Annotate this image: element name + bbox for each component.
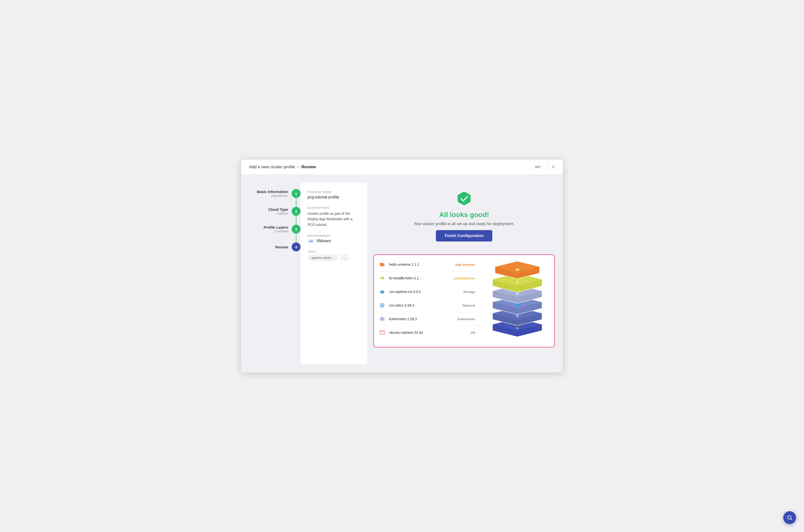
svg-rect-22 [380, 331, 384, 332]
success-title: All looks good! [439, 211, 489, 219]
layer-row-3: cni-calico 3.26.3 Network [374, 299, 480, 312]
profile-name-value: pcg-tutorial-profile [307, 195, 360, 200]
success-card: All looks good! Your cluster profile is … [373, 183, 555, 248]
main-content: PROFILE NAME pcg-tutorial-profile DESCRI… [301, 175, 563, 373]
layer-type-1: Load balancer [454, 277, 475, 280]
profile-name-field: PROFILE NAME pcg-tutorial-profile [307, 191, 360, 200]
svg-point-15 [382, 317, 383, 318]
layer-icon-3 [379, 302, 386, 309]
svg-point-14 [381, 318, 383, 320]
layer-type-3: Network [463, 304, 475, 307]
layer-name-0: hello-universe 1.1.1 [389, 263, 452, 266]
svg-marker-0 [458, 191, 471, 205]
layer-icon-4 [379, 316, 386, 322]
profile-env-field: ENVIRONMENT vm VMware [307, 234, 360, 243]
step2-badge: 2 [292, 207, 301, 216]
step2-sub: vsphere [268, 212, 288, 215]
layer-name-1: lb-metallb-helm 0.1... [389, 276, 450, 280]
body: Basic Information pcg-tutorial- 1 Cloud … [241, 175, 563, 373]
step4-badge: 4 [292, 243, 301, 251]
layer-type-0: App services [455, 263, 475, 266]
layer-row-1: lb-metallb-helm 0.1... Load balancer [374, 271, 480, 285]
profile-tags-field: TAGS spectro-cloud-... ... [307, 250, 360, 261]
profile-tags-label: TAGS [307, 250, 360, 253]
step3-name: Profile Layers [264, 225, 288, 229]
svg-point-6 [382, 278, 382, 279]
header-divider [547, 164, 547, 170]
svg-text:📁: 📁 [515, 267, 520, 272]
stack-svg: 🖥️ ⚙ 🌐 [485, 259, 550, 343]
layer-name-4: kubernetes 1.28.3 [389, 317, 454, 321]
header-actions: API × [533, 164, 555, 170]
step1-name: Basic Information [257, 190, 288, 194]
layers-list: hello-universe 1.1.1 App services lb-met… [374, 255, 480, 347]
sidebar-step-cloud-type: Cloud Type vsphere 2 [246, 203, 301, 220]
layer-type-4: Kubernetes [457, 317, 475, 321]
layer-name-3: cni-calico 3.26.3 [389, 303, 459, 307]
layers-visualization: 🖥️ ⚙ 🌐 [480, 255, 554, 347]
profile-env-value: VMware [317, 239, 331, 243]
main-window: Add a new cluster profile > Review API ×… [241, 159, 563, 373]
layer-type-2: Storage [463, 290, 475, 294]
svg-rect-2 [380, 263, 382, 264]
header: Add a new cluster profile > Review API × [241, 159, 563, 175]
step3-sub: Complete [264, 229, 288, 233]
svg-text:⚙: ⚙ [516, 280, 519, 284]
breadcrumb-sep: > [297, 165, 299, 169]
profile-desc-field: DESCRIPTION Cluster profile as part of t… [307, 206, 360, 227]
step1-connector [296, 198, 296, 207]
sidebar-step-review: Review 4 [246, 238, 301, 256]
svg-line-42 [791, 519, 792, 520]
finish-configuration-button[interactable]: Finish Configuration [436, 230, 492, 242]
step2-connector [296, 216, 296, 225]
svg-point-20 [383, 320, 384, 320]
layer-row-0: hello-universe 1.1.1 App services [374, 258, 480, 271]
profile-tags-list: spectro-cloud-... ... [307, 254, 360, 261]
layer-type-5: OS [471, 331, 475, 335]
layer-icon-1 [379, 275, 386, 282]
profile-desc-label: DESCRIPTION [307, 206, 360, 209]
breadcrumb-current: Review [302, 165, 316, 170]
step4-name: Review [275, 245, 288, 249]
svg-point-17 [380, 318, 381, 319]
search-fab-button[interactable] [783, 511, 796, 524]
svg-point-5 [381, 278, 381, 279]
layer-name-5: ubuntu-vsphere 22.04 [389, 330, 467, 335]
sidebar-step-profile-layers: Profile Layers Complete 3 [246, 220, 301, 238]
right-panel: All looks good! Your cluster profile is … [373, 183, 555, 364]
layers-card: hello-universe 1.1.1 App services lb-met… [373, 254, 555, 347]
svg-point-18 [383, 318, 384, 319]
vm-icon: vm [307, 239, 314, 243]
success-subtitle: Your cluster profile is all set up and r… [414, 222, 515, 226]
success-hex-icon [456, 191, 472, 206]
layer-row-5: ubuntu-vsphere 22.04 OS [374, 326, 480, 339]
tag-1: spectro-cloud-... [307, 254, 338, 261]
profile-env-label: ENVIRONMENT [307, 234, 360, 237]
profile-env-row: vm VMware [307, 239, 360, 243]
step1-sub: pcg-tutorial- [257, 194, 288, 197]
layer-row-2: csi-vsphere-csi 3.0.2 Storage [374, 285, 480, 299]
sidebar-step-basic-info: Basic Information pcg-tutorial- 1 [246, 185, 301, 203]
breadcrumb-main: Add a new cluster profile [249, 165, 295, 170]
step2-name: Cloud Type [268, 207, 288, 212]
tag-more: ... [340, 254, 349, 261]
api-button[interactable]: API [533, 164, 543, 170]
layer-icon-2 [379, 288, 386, 295]
svg-point-19 [380, 320, 381, 320]
breadcrumb: Add a new cluster profile > Review [249, 165, 316, 170]
layer-name-2: csi-vsphere-csi 3.0.2 [389, 290, 460, 294]
profile-desc-value: Cluster profile as part of the Deploy Ap… [307, 211, 360, 227]
layer-icon-5 [379, 329, 386, 336]
profile-card: PROFILE NAME pcg-tutorial-profile DESCRI… [301, 183, 367, 364]
svg-rect-4 [380, 277, 384, 278]
svg-point-16 [382, 320, 383, 321]
layer-row-4: kubernetes 1.28.3 Kubernetes [374, 312, 480, 326]
layer-icon-0 [379, 261, 386, 268]
step3-badge: 3 [292, 225, 301, 233]
profile-name-label: PROFILE NAME [307, 191, 360, 193]
step3-connector [296, 233, 296, 243]
sidebar: Basic Information pcg-tutorial- 1 Cloud … [241, 175, 301, 373]
close-button[interactable]: × [552, 164, 555, 170]
step1-badge: 1 [292, 189, 301, 198]
svg-point-9 [380, 291, 384, 293]
